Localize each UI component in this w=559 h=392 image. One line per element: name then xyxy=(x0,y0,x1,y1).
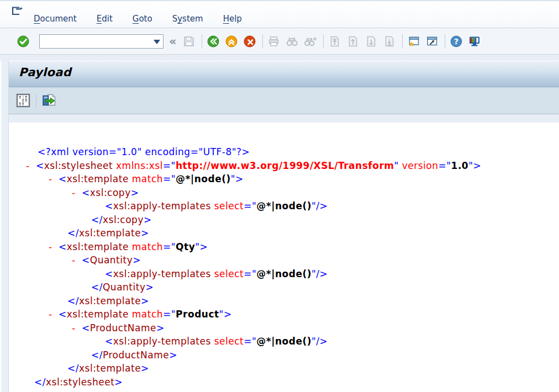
help-button[interactable]: ? xyxy=(450,35,463,48)
svg-text:T: T xyxy=(22,102,24,107)
code-token: Quantity xyxy=(90,255,133,266)
table-view-icon: TT TT TT xyxy=(16,93,30,108)
exit-button[interactable] xyxy=(225,35,238,48)
code-token: </ xyxy=(67,363,79,374)
code-token: ProductName xyxy=(90,322,156,333)
standard-toolbar: « xyxy=(0,28,559,55)
collapse-node-toggle[interactable]: - xyxy=(72,186,76,200)
save-button[interactable] xyxy=(182,35,196,48)
menu-item-help[interactable]: Help xyxy=(222,14,244,24)
cancel-button[interactable] xyxy=(243,35,256,48)
code-token: =" xyxy=(163,173,176,184)
export-button[interactable] xyxy=(42,93,56,108)
code-token: > xyxy=(114,377,123,388)
xml-line: -<xsl:stylesheet xmlns:xsl="http://www.w… xyxy=(9,159,559,173)
code-token: =" xyxy=(244,268,256,279)
command-field-wrap xyxy=(39,34,164,49)
code-token: > xyxy=(141,227,149,239)
payload-toolbar-separator xyxy=(36,94,36,107)
new-session-button[interactable] xyxy=(407,35,420,48)
previous-page-button[interactable] xyxy=(346,35,360,48)
collapse-node-toggle[interactable]: - xyxy=(49,308,52,321)
code-token: " xyxy=(394,160,402,171)
code-token: xmlns:xsl xyxy=(116,160,163,171)
code-token: </ xyxy=(91,214,103,225)
menu-item-edit[interactable]: Edit xyxy=(95,14,114,24)
code-token: > xyxy=(141,363,149,374)
code-token: "> xyxy=(231,173,244,184)
find-button[interactable] xyxy=(286,35,299,48)
print-button[interactable] xyxy=(267,35,281,48)
export-icon xyxy=(42,93,56,108)
code-token: xsl:template xyxy=(79,227,141,239)
code-token: xsl:apply-templates xyxy=(113,268,214,279)
last-page-button[interactable] xyxy=(383,35,396,48)
xml-tree: <?xml version="1.0" encoding="UTF-8"?>-<… xyxy=(9,145,559,389)
first-page-button[interactable] xyxy=(328,35,341,48)
back-button[interactable] xyxy=(207,35,220,48)
cancel-icon xyxy=(243,35,256,48)
xml-line: -<xsl:copy> xyxy=(9,186,559,200)
xml-line: </xsl:stylesheet> xyxy=(9,375,559,389)
code-token: </ xyxy=(91,349,103,361)
save-floppy-icon xyxy=(182,35,196,48)
menu-items: DocumentEditGotoSystemHelp xyxy=(32,14,244,24)
code-token: > xyxy=(131,187,139,198)
table-view-button[interactable]: TT TT TT xyxy=(16,93,30,108)
next-page-icon xyxy=(365,35,378,48)
menu-exit-icon[interactable] xyxy=(10,5,24,19)
code-token: < xyxy=(36,160,44,171)
code-token: "> xyxy=(468,160,481,171)
code-token: match xyxy=(132,241,163,252)
code-token: < xyxy=(105,268,113,279)
code-token: version xyxy=(402,160,439,171)
code-token: xsl:template xyxy=(67,241,132,252)
collapse-node-toggle[interactable]: - xyxy=(26,159,30,173)
xml-line: <xsl:apply-templates select="@*|node()"/… xyxy=(9,199,559,213)
customize-layout-monitor-icon xyxy=(468,35,481,48)
enter-check-icon xyxy=(17,35,30,48)
collapse-node-toggle[interactable]: - xyxy=(72,253,76,267)
collapse-toolbar-icon[interactable]: « xyxy=(169,35,177,48)
menu-item-goto[interactable]: Goto xyxy=(131,14,154,24)
xml-line: </Quantity> xyxy=(9,280,559,294)
enter-button[interactable] xyxy=(17,35,30,48)
code-token: xsl:stylesheet xyxy=(46,377,114,388)
code-token: =" xyxy=(163,160,176,171)
code-token: xsl:apply-templates xyxy=(113,336,214,347)
toolbar-separator xyxy=(402,34,403,49)
payload-toolbar: TT TT TT xyxy=(9,87,559,114)
code-token: xsl:apply-templates xyxy=(113,200,214,211)
xml-line: </ProductName> xyxy=(9,348,559,362)
collapse-node-toggle[interactable]: - xyxy=(72,321,76,335)
menu-item-system[interactable]: System xyxy=(171,14,205,24)
code-token: < xyxy=(59,173,67,184)
exit-icon xyxy=(225,35,238,48)
create-shortcut-button[interactable] xyxy=(425,35,439,48)
collapse-node-toggle[interactable]: - xyxy=(49,172,52,186)
code-token: =" xyxy=(244,336,256,347)
command-field[interactable] xyxy=(39,34,164,49)
xml-line: </xsl:template> xyxy=(9,294,559,308)
code-token: > xyxy=(169,349,177,361)
code-token: > xyxy=(144,214,152,225)
code-token: @*|node() xyxy=(176,173,231,184)
xml-line: </xsl:template> xyxy=(9,226,559,240)
content-gap-strip xyxy=(9,114,559,123)
code-token: </ xyxy=(91,282,103,293)
next-page-button[interactable] xyxy=(365,35,378,48)
collapse-node-toggle[interactable]: - xyxy=(49,240,52,254)
code-token: "/> xyxy=(312,200,328,211)
code-token: match xyxy=(132,309,163,320)
new-session-icon xyxy=(407,35,420,48)
code-token: 1.0 xyxy=(451,160,469,171)
find-next-button[interactable] xyxy=(304,35,317,48)
code-token: select xyxy=(214,268,244,279)
menu-item-document[interactable]: Document xyxy=(32,14,78,24)
customize-local-layout-button[interactable] xyxy=(468,35,481,48)
find-binoculars-icon xyxy=(286,35,299,48)
title-bar: Payload xyxy=(9,61,559,87)
left-margin-strip xyxy=(0,61,9,392)
command-field-dropdown-icon[interactable] xyxy=(154,40,160,44)
xml-line: <xsl:apply-templates select="@*|node()"/… xyxy=(9,267,559,281)
